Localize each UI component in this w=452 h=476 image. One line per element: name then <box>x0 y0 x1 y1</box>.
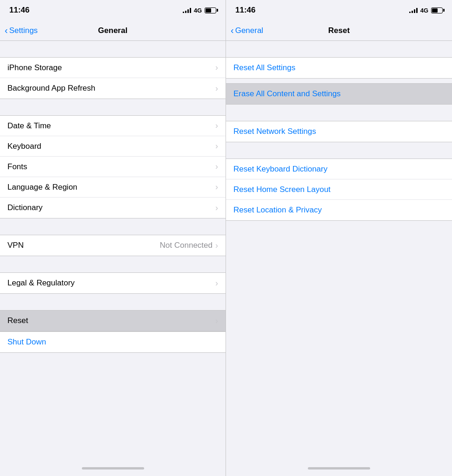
iphone-storage-right: › <box>215 63 218 73</box>
section-reset-all: Reset All Settings <box>226 57 452 79</box>
nav-title-right: Reset <box>328 26 350 35</box>
reset-all-settings-label: Reset All Settings <box>233 63 295 73</box>
background-refresh-item[interactable]: Background App Refresh › <box>0 78 226 99</box>
status-bar-right: 11:46 4G <box>226 0 452 20</box>
reset-item[interactable]: Reset › <box>0 311 226 331</box>
nav-bar-left: ‹ Settings General <box>0 20 226 41</box>
back-chevron-right: ‹ <box>231 26 234 35</box>
back-button-right[interactable]: ‹ General <box>231 26 263 35</box>
iphone-storage-label: iPhone Storage <box>7 63 62 73</box>
reset-keyboard-label: Reset Keyboard Dictionary <box>233 165 327 174</box>
gap-1 <box>0 41 226 57</box>
chevron-icon: › <box>215 182 218 192</box>
gap-5 <box>0 294 226 310</box>
iphone-storage-item[interactable]: iPhone Storage › <box>0 58 226 78</box>
chevron-icon: › <box>215 121 218 131</box>
date-time-label: Date & Time <box>7 121 51 131</box>
fonts-item[interactable]: Fonts › <box>0 157 226 177</box>
background-refresh-label: Background App Refresh <box>7 84 95 93</box>
home-bar-left <box>82 467 144 469</box>
bottom-space-left <box>0 353 226 381</box>
shutdown-item[interactable]: Shut Down <box>0 332 226 352</box>
erase-all-item[interactable]: Erase All Content and Settings <box>226 84 452 104</box>
reset-location-label: Reset Location & Privacy <box>233 205 322 215</box>
language-region-item[interactable]: Language & Region › <box>0 177 226 198</box>
reset-network-label: Reset Network Settings <box>233 127 316 136</box>
battery-icon-right <box>431 7 443 13</box>
section-vpn: VPN Not Connected › <box>0 235 226 256</box>
section-reset: Reset › <box>0 310 226 331</box>
background-refresh-right: › <box>215 84 218 93</box>
dictionary-label: Dictionary <box>7 203 43 212</box>
section-datetime: Date & Time › Keyboard › Fonts › Languag… <box>0 115 226 218</box>
language-region-label: Language & Region <box>7 183 77 192</box>
vpn-right: Not Connected › <box>160 241 218 251</box>
keyboard-label: Keyboard <box>7 142 41 151</box>
content-right: Reset All Settings Erase All Content and… <box>226 41 452 460</box>
reset-homescreen-item[interactable]: Reset Home Screen Layout <box>226 179 452 200</box>
back-chevron-left: ‹ <box>5 26 8 35</box>
time-left: 11:46 <box>9 6 29 15</box>
time-right: 11:46 <box>235 6 255 15</box>
legal-right: › <box>215 278 218 288</box>
right-panel: 11:46 4G ‹ General Reset Reset Al <box>226 0 452 476</box>
status-bar-left: 11:46 4G <box>0 0 226 20</box>
gap-3 <box>0 218 226 235</box>
reset-homescreen-label: Reset Home Screen Layout <box>233 185 331 194</box>
shutdown-label: Shut Down <box>7 337 46 347</box>
chevron-icon: › <box>215 141 218 151</box>
home-bar-right <box>308 467 370 469</box>
left-panel: 11:46 4G ‹ Settings General iPhon <box>0 0 226 476</box>
gap-r4 <box>226 142 452 159</box>
network-right: 4G <box>420 7 428 14</box>
reset-location-item[interactable]: Reset Location & Privacy <box>226 200 452 220</box>
gap-r2 <box>226 79 452 83</box>
status-icons-left: 4G <box>183 7 216 14</box>
section-storage: iPhone Storage › Background App Refresh … <box>0 57 226 99</box>
back-button-left[interactable]: ‹ Settings <box>5 26 38 35</box>
fonts-right: › <box>215 162 218 172</box>
reset-all-settings-item[interactable]: Reset All Settings <box>226 58 452 78</box>
legal-item[interactable]: Legal & Regulatory › <box>0 273 226 293</box>
vpn-item[interactable]: VPN Not Connected › <box>0 235 226 256</box>
date-time-right: › <box>215 121 218 131</box>
section-legal: Legal & Regulatory › <box>0 272 226 294</box>
signal-icon-left <box>183 7 191 13</box>
chevron-icon: › <box>215 278 218 288</box>
keyboard-item[interactable]: Keyboard › <box>0 136 226 157</box>
section-erase: Erase All Content and Settings <box>226 83 452 105</box>
erase-all-label: Erase All Content and Settings <box>233 89 341 99</box>
reset-keyboard-item[interactable]: Reset Keyboard Dictionary <box>226 159 452 179</box>
dictionary-item[interactable]: Dictionary › <box>0 198 226 218</box>
gap-2 <box>0 99 226 115</box>
status-icons-right: 4G <box>409 7 443 14</box>
nav-title-left: General <box>98 26 127 35</box>
gap-r3 <box>226 105 452 121</box>
date-time-item[interactable]: Date & Time › <box>0 116 226 136</box>
chevron-icon: › <box>215 162 218 172</box>
dictionary-right: › <box>215 203 218 213</box>
back-label-right: General <box>235 26 263 35</box>
keyboard-right: › <box>215 141 218 151</box>
reset-label: Reset <box>7 316 28 325</box>
network-left: 4G <box>194 7 202 14</box>
fonts-label: Fonts <box>7 162 27 172</box>
legal-label: Legal & Regulatory <box>7 278 75 288</box>
bottom-space-right <box>226 221 452 360</box>
reset-network-item[interactable]: Reset Network Settings <box>226 121 452 142</box>
gap-r1 <box>226 41 452 57</box>
content-left: iPhone Storage › Background App Refresh … <box>0 41 226 460</box>
home-indicator-right <box>226 460 452 476</box>
section-reset-misc: Reset Keyboard Dictionary Reset Home Scr… <box>226 159 452 221</box>
reset-right: › <box>215 316 218 326</box>
gap-4 <box>0 256 226 272</box>
vpn-label: VPN <box>7 241 24 250</box>
home-indicator-left <box>0 460 226 476</box>
chevron-icon: › <box>215 316 218 326</box>
signal-icon-right <box>409 7 418 13</box>
chevron-icon: › <box>215 84 218 93</box>
language-region-right: › <box>215 182 218 192</box>
chevron-icon: › <box>215 241 218 251</box>
section-reset-network: Reset Network Settings <box>226 121 452 142</box>
shutdown-section: Shut Down <box>0 331 226 353</box>
